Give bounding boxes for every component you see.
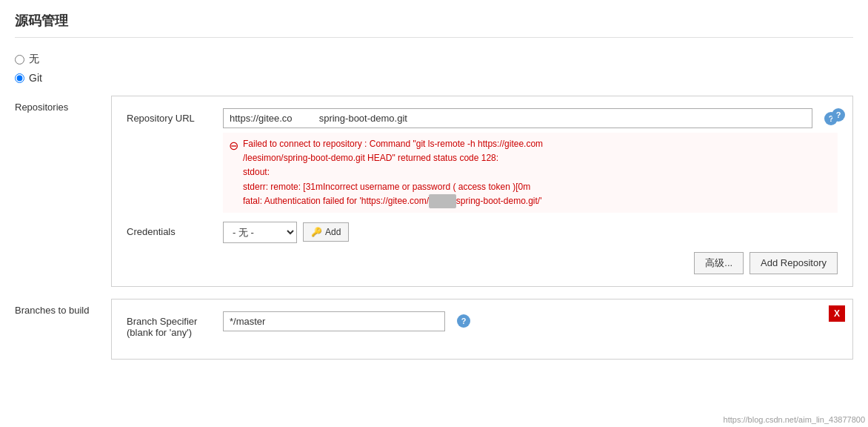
radio-git-label: Git — [29, 72, 42, 84]
branch-specifier-value: ? — [223, 311, 838, 331]
error-icon: ⊖ — [229, 139, 238, 153]
repositories-content: ? Repository URL ? ⊖ Failed to connect t… — [111, 96, 853, 287]
advanced-button[interactable]: 高级... — [694, 252, 744, 274]
repositories-row: Repositories ? Repository URL ? ⊖ Failed… — [15, 96, 853, 287]
radio-git[interactable] — [15, 73, 24, 83]
radio-none-label: 无 — [29, 53, 39, 66]
repo-url-value: ? ⊖ Failed to connect to repository : Co… — [223, 108, 838, 213]
credentials-row: Credentials - 无 - 🔑 Add — [127, 222, 838, 243]
add-repository-button[interactable]: Add Repository — [750, 252, 838, 274]
branch-specifier-help-icon[interactable]: ? — [457, 314, 470, 328]
key-icon: 🔑 — [311, 227, 322, 237]
repo-url-label: Repository URL — [127, 108, 223, 124]
repo-url-row: Repository URL ? ⊖ Failed to connect to … — [127, 108, 838, 213]
error-line1: Failed to connect to repository : Comman… — [243, 139, 543, 149]
credentials-value: - 无 - 🔑 Add — [223, 222, 838, 243]
add-cred-label: Add — [325, 227, 341, 237]
branches-row: Branches to build X Branch Specifier (bl… — [15, 299, 853, 360]
credentials-label: Credentials — [127, 222, 223, 237]
credentials-select[interactable]: - 无 - — [223, 222, 297, 243]
radio-none[interactable] — [15, 55, 24, 64]
error-line5: fatal: Authentication failed for 'https:… — [243, 196, 429, 206]
page-container: 源码管理 无 Git Repositories ? Repository URL… — [0, 0, 868, 427]
radio-option-none[interactable]: 无 — [15, 53, 853, 66]
radio-option-git[interactable]: Git — [15, 72, 853, 84]
branches-label: Branches to build — [15, 299, 111, 360]
page-title: 源码管理 — [15, 12, 853, 38]
error-line5-suffix: spring-boot-demo.git/' — [456, 196, 542, 206]
branches-content: X Branch Specifier (blank for 'any') ? — [111, 299, 853, 360]
add-credential-button[interactable]: 🔑 Add — [303, 222, 349, 242]
watermark: https://blog.csdn.net/aim_lin_43877800 — [724, 415, 865, 424]
repo-url-input[interactable] — [223, 108, 812, 128]
error-line2: /leesimon/spring-boot-demo.git HEAD" ret… — [243, 153, 498, 163]
actions-row: 高级... Add Repository — [127, 252, 838, 274]
error-text: Failed to connect to repository : Comman… — [243, 137, 543, 208]
credentials-input-row: - 无 - 🔑 Add — [223, 222, 838, 243]
error-box: ⊖ Failed to connect to repository : Comm… — [223, 133, 838, 213]
error-line4: stderr: remote: [31mIncorrect username o… — [243, 182, 530, 192]
repositories-help-icon[interactable]: ? — [832, 108, 845, 122]
remove-branch-button[interactable]: X — [829, 305, 845, 322]
repositories-label: Repositories — [15, 96, 111, 287]
branch-specifier-input[interactable] — [223, 311, 445, 331]
error-line3: stdout: — [243, 167, 270, 177]
branch-specifier-row: Branch Specifier (blank for 'any') ? — [127, 311, 838, 338]
radio-group: 无 Git — [15, 53, 853, 84]
error-blurred — [429, 194, 456, 208]
branch-specifier-label: Branch Specifier (blank for 'any') — [127, 311, 223, 338]
